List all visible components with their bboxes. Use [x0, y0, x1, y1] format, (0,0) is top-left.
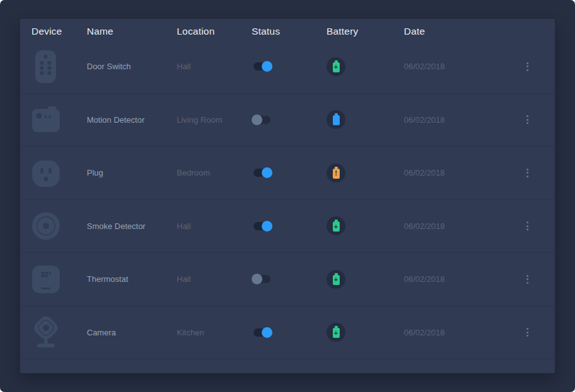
device-date: 06/02/2018: [404, 168, 517, 177]
more-options-icon[interactable]: [521, 324, 533, 340]
device-date: 06/02/2018: [404, 115, 517, 125]
table-row: Motion Detector Living Room 06/02/2018: [20, 94, 555, 147]
device-date: 06/02/2018: [404, 274, 517, 284]
device-date: 06/02/2018: [404, 62, 517, 71]
device-location: Bedroom: [177, 168, 252, 177]
table-row: Smoke Detector Hall + 06/02/2018: [20, 200, 555, 254]
column-header-date: Date: [404, 26, 517, 37]
toggle-knob: [262, 327, 272, 338]
device-name: Smoke Detector: [87, 221, 177, 231]
battery-icon: +: [327, 270, 345, 289]
more-options-icon[interactable]: [521, 111, 533, 128]
device-name: Door Switch: [87, 62, 177, 71]
app-window: Device Name Location Status Battery Date…: [0, 0, 575, 392]
toggle-knob: [252, 274, 262, 284]
table-row: 32° Thermostat Hall + 06/02/2018: [20, 253, 555, 306]
column-header-location: Location: [177, 26, 252, 37]
status-toggle[interactable]: [254, 275, 271, 283]
device-date: 06/02/2018: [404, 328, 517, 337]
battery-icon: +: [327, 216, 345, 235]
column-header-name: Name: [87, 26, 177, 37]
status-toggle[interactable]: [254, 328, 271, 337]
battery-icon: !: [327, 164, 345, 182]
table-row: Camera Kitchen + 06/02/2018: [20, 306, 555, 360]
toggle-knob: [262, 167, 272, 178]
toggle-knob: [262, 61, 272, 72]
more-options-icon[interactable]: [521, 218, 533, 234]
device-name: Plug: [87, 168, 177, 177]
devices-table: Device Name Location Status Battery Date…: [20, 19, 555, 373]
plug-icon: [31, 155, 60, 191]
toggle-knob: [262, 221, 272, 232]
toggle-knob: [252, 115, 262, 125]
device-name: Motion Detector: [87, 115, 177, 125]
device-date: 06/02/2018: [404, 221, 517, 231]
device-location: Hall: [177, 221, 252, 231]
table-row: Plug Bedroom ! 06/02/2018: [20, 147, 555, 200]
thermostat-reading: 32°: [41, 271, 52, 278]
more-options-icon[interactable]: [521, 59, 533, 75]
motion-detector-icon: [31, 102, 60, 137]
status-toggle[interactable]: [254, 222, 271, 230]
table-header-row: Device Name Location Status Battery Date: [20, 19, 555, 40]
column-header-device: Device: [31, 26, 87, 37]
thermostat-icon: 32°: [31, 262, 60, 297]
device-location: Hall: [177, 62, 252, 71]
status-toggle[interactable]: [254, 116, 271, 124]
column-header-status: Status: [252, 26, 327, 37]
device-name: Thermostat: [87, 274, 177, 284]
device-location: Kitchen: [177, 328, 252, 337]
status-toggle[interactable]: [254, 62, 271, 70]
door-switch-icon: [31, 49, 60, 84]
more-options-icon[interactable]: [521, 165, 533, 181]
battery-icon: [327, 110, 345, 129]
device-name: Camera: [87, 328, 177, 337]
battery-icon: +: [327, 323, 345, 342]
more-options-icon[interactable]: [521, 271, 533, 288]
camera-icon: [31, 315, 60, 350]
smoke-detector-icon: [31, 208, 60, 244]
battery-icon: +: [327, 57, 345, 76]
table-row: Door Switch Hall + 06/02/2018: [20, 40, 555, 94]
column-header-battery: Battery: [327, 26, 404, 37]
status-toggle[interactable]: [254, 169, 271, 177]
device-location: Hall: [177, 274, 252, 284]
device-location: Living Room: [177, 115, 252, 125]
